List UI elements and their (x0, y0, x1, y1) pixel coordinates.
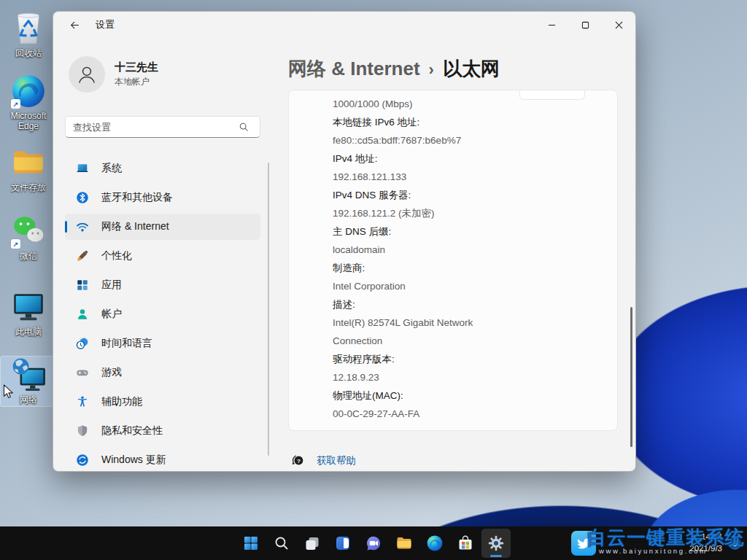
notification-badge[interactable]: 3 (729, 537, 741, 550)
detail-value: 192.168.121.133 (333, 168, 504, 186)
back-arrow-icon (69, 20, 80, 31)
detail-label: 本地链接 IPv6 地址: (333, 113, 605, 131)
copy-button[interactable] (519, 90, 585, 100)
sidebar-item-label: Windows 更新 (101, 454, 166, 467)
sidebar-item-windows-update[interactable]: Windows 更新 (65, 447, 260, 472)
time-language-icon (76, 337, 89, 350)
taskbar-file-explorer-button[interactable] (390, 529, 419, 558)
profile[interactable]: 十三先生 本地帐户 (69, 56, 269, 93)
ethernet-properties-card: 1000/1000 (Mbps)本地链接 IPv6 地址:fe80::cd5a:… (288, 90, 618, 431)
taskbar-task-view-button[interactable] (298, 529, 327, 558)
task-view-icon (303, 534, 321, 552)
taskbar-store-button[interactable] (451, 529, 480, 558)
minimize-button[interactable] (535, 12, 568, 38)
this-pc-icon (10, 289, 47, 325)
system-icon (76, 162, 89, 175)
desktop-icon-recycle-bin[interactable]: 回收站 (1, 10, 56, 58)
desktop-icon-this-pc[interactable]: 此电脑 (1, 289, 56, 337)
detail-label: 主 DNS 后缀: (333, 222, 605, 241)
get-help-row[interactable]: ? 获取帮助 (290, 453, 635, 468)
detail-value: 00-0C-29-27-AA-FA (333, 405, 504, 423)
accessibility-icon (76, 395, 89, 408)
sidebar-item-system[interactable]: 系统 (65, 155, 260, 182)
taskbar-widgets-button[interactable] (328, 529, 357, 558)
store-icon (457, 534, 474, 552)
search-icon (273, 534, 290, 552)
sidebar-item-bluetooth[interactable]: 蓝牙和其他设备 (65, 184, 260, 211)
person-icon (74, 62, 99, 87)
detail-label: 物理地址(MAC): (333, 386, 605, 405)
sidebar-item-label: 应用 (101, 279, 122, 292)
sidebar-item-label: 游戏 (101, 366, 122, 379)
minimize-icon (548, 21, 556, 29)
maximize-button[interactable] (568, 12, 602, 38)
page-scrollbar[interactable] (630, 307, 632, 447)
avatar (69, 56, 105, 93)
sidebar-item-personalization[interactable]: 个性化 (65, 243, 260, 269)
details-list: 1000/1000 (Mbps)本地链接 IPv6 地址:fe80::cd5a:… (333, 95, 605, 423)
sidebar-item-accessibility[interactable]: 辅助功能 (65, 389, 260, 415)
breadcrumb-separator-icon: › (429, 61, 434, 79)
detail-value: Intel Corporation (333, 277, 504, 295)
profile-subtitle: 本地帐户 (115, 76, 158, 88)
sidebar-item-time-language[interactable]: 时间和语言 (65, 330, 260, 357)
folder-icon (10, 144, 47, 181)
detail-label: 描述: (333, 295, 605, 314)
sidebar-item-label: 蓝牙和其他设备 (101, 191, 173, 204)
desktop-icon-label: Microsoft Edge (1, 111, 56, 132)
taskbar: 14:34 2021/9/3 3 (0, 526, 747, 560)
sidebar-nav: 系统蓝牙和其他设备网络 & Internet个性化应用帐户时间和语言游戏辅助功能… (53, 155, 269, 472)
clock[interactable]: 14:34 2021/9/3 (689, 532, 722, 554)
taskbar-chat-button[interactable] (359, 529, 388, 558)
windows-update-icon (76, 454, 89, 467)
taskbar-edge-button[interactable] (420, 529, 449, 558)
back-button[interactable] (62, 15, 87, 35)
close-button[interactable] (602, 12, 635, 38)
sidebar-item-gaming[interactable]: 游戏 (65, 359, 260, 386)
desktop-icon-edge[interactable]: ↗Microsoft Edge (1, 73, 56, 132)
sidebar-item-accounts[interactable]: 帐户 (65, 301, 260, 327)
recycle-bin-icon (10, 10, 47, 47)
taskbar-buttons (236, 529, 511, 558)
profile-name: 十三先生 (115, 61, 158, 74)
sidebar-item-label: 辅助功能 (101, 395, 142, 408)
detail-value: 1000/1000 (Mbps) (333, 95, 504, 113)
sidebar-item-label: 帐户 (101, 308, 122, 321)
detail-value: fe80::cd5a:bdff:7687:b6eb%7 (333, 131, 504, 149)
sidebar-item-label: 网络 & Internet (101, 220, 169, 233)
sidebar-item-privacy[interactable]: 隐私和安全性 (65, 418, 260, 444)
get-help-link[interactable]: 获取帮助 (317, 454, 356, 467)
sidebar-item-label: 时间和语言 (101, 337, 152, 350)
accounts-icon (76, 308, 89, 321)
desktop-icon-label: 微信 (20, 251, 37, 261)
gaming-icon (76, 366, 89, 379)
sidebar-item-apps[interactable]: 应用 (65, 272, 260, 298)
file-explorer-icon (395, 534, 413, 552)
wechat-icon: ↗ (10, 213, 47, 249)
sidebar-item-label: 隐私和安全性 (101, 424, 163, 438)
taskbar-start-button[interactable] (236, 529, 266, 558)
detail-value: Intel(R) 82574L Gigabit Network Connecti… (333, 314, 504, 350)
titlebar[interactable]: 设置 (53, 12, 635, 38)
sidebar-item-wifi[interactable]: 网络 & Internet (65, 214, 260, 240)
clock-date: 2021/9/3 (689, 543, 722, 555)
close-icon (615, 21, 623, 29)
twitter-tray-icon[interactable] (571, 531, 596, 556)
detail-label: IPv4 地址: (333, 149, 605, 168)
desktop-icon-folder[interactable]: 文件存放 (1, 144, 56, 192)
desktop-icon-label: 网络 (20, 394, 37, 405)
breadcrumb-parent[interactable]: 网络 & Internet (288, 56, 420, 82)
taskbar-search-button[interactable] (267, 529, 296, 558)
taskbar-settings-button[interactable] (481, 529, 511, 558)
bluetooth-icon (76, 191, 89, 204)
detail-value: localdomain (333, 241, 504, 259)
svg-text:?: ? (297, 458, 301, 464)
search-input[interactable] (65, 116, 260, 138)
window-title: 设置 (96, 18, 115, 31)
desktop-icon-label: 文件存放 (11, 182, 46, 192)
window-controls (535, 12, 635, 38)
maximize-icon (581, 21, 589, 29)
detail-value: 192.168.121.2 (未加密) (333, 204, 504, 222)
sidebar: 十三先生 本地帐户 系统蓝牙和其他设备网络 & Internet个性化应用帐户时… (53, 38, 269, 472)
desktop-icon-wechat[interactable]: ↗微信 (1, 213, 56, 261)
